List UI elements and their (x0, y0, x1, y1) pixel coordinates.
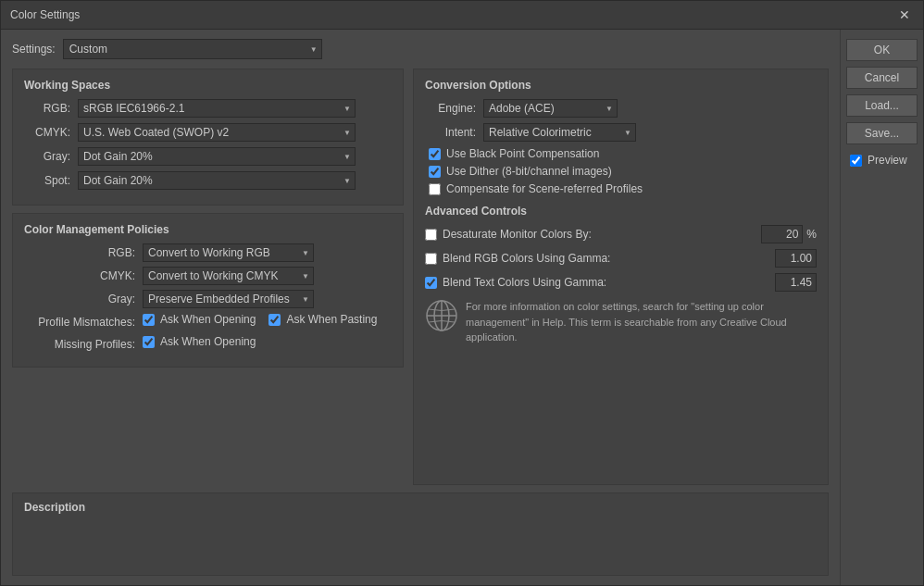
right-panel: Conversion Options Engine: Adobe (ACE) I… (413, 69, 829, 485)
profile-mismatches-label: Profile Mismatches: (24, 316, 135, 329)
engine-group: Engine: Adobe (ACE) (425, 99, 817, 118)
policy-gray-label: Gray: (24, 293, 135, 305)
black-point-checkbox[interactable] (429, 148, 441, 160)
intent-group: Intent: Relative Colorimetric (425, 123, 817, 142)
info-text: For more information on color settings, … (466, 299, 817, 345)
ask-when-opening-mismatch-label[interactable]: Ask When Opening (143, 313, 256, 326)
policy-cmyk-dropdown[interactable]: Convert to Working CMYK (143, 267, 314, 285)
dither-row: Use Dither (8-bit/channel images) (425, 165, 817, 178)
cmyk-dropdown[interactable]: U.S. Web Coated (SWOP) v2 (78, 123, 356, 142)
settings-row: Settings: Custom (12, 39, 829, 59)
save-button[interactable]: Save... (846, 122, 918, 144)
gray-dropdown[interactable]: Dot Gain 20% (78, 147, 356, 166)
desaturate-unit: % (806, 228, 817, 241)
engine-label: Engine: (425, 102, 476, 115)
spot-dropdown[interactable]: Dot Gain 20% (78, 171, 356, 190)
policy-gray-dropdown-wrapper: Preserve Embedded Profiles (143, 290, 314, 308)
preview-checkbox[interactable] (850, 155, 862, 167)
description-title: Description (24, 501, 817, 514)
blend-text-value[interactable] (775, 273, 817, 292)
desaturate-row: Desaturate Monitor Colors By: % (425, 225, 817, 243)
conversion-options-title: Conversion Options (425, 79, 817, 92)
sidebar: OK Cancel Load... Save... Preview (840, 30, 923, 585)
policy-cmyk-dropdown-wrapper: Convert to Working CMYK (143, 267, 314, 285)
main-content: Settings: Custom Working Spaces RGB: (1, 30, 840, 585)
dialog-body: Settings: Custom Working Spaces RGB: (1, 30, 923, 585)
intent-dropdown[interactable]: Relative Colorimetric (483, 123, 636, 142)
policies-title: Color Management Policies (24, 223, 392, 236)
policy-rgb-dropdown-wrapper: Convert to Working RGB (143, 243, 314, 262)
rgb-label: RGB: (24, 102, 70, 115)
preview-row: Preview (846, 154, 918, 167)
black-point-row: Use Black Point Compensation (425, 147, 817, 160)
policy-cmyk-label: CMYK: (24, 269, 135, 282)
two-columns: Working Spaces RGB: sRGB IEC61966-2.1 CM… (12, 69, 829, 485)
blend-rgb-row: Blend RGB Colors Using Gamma: (425, 249, 817, 268)
cmyk-label: CMYK: (24, 126, 70, 139)
settings-label: Settings: (12, 43, 56, 56)
ask-when-opening-mismatch-checkbox[interactable] (143, 314, 155, 326)
policies-section: Color Management Policies RGB: Convert t… (12, 213, 404, 368)
policy-rgb-label: RGB: (24, 246, 135, 259)
blend-text-row: Blend Text Colors Using Gamma: (425, 273, 817, 292)
cancel-button[interactable]: Cancel (846, 67, 918, 89)
rgb-dropdown[interactable]: sRGB IEC61966-2.1 (78, 99, 356, 118)
title-bar: Color Settings ✕ (1, 1, 923, 30)
missing-ask-opening-checkbox[interactable] (143, 336, 155, 348)
policy-gray-row: Gray: Preserve Embedded Profiles (24, 290, 392, 308)
policy-cmyk-row: CMYK: Convert to Working CMYK (24, 267, 392, 285)
desaturate-checkbox[interactable] (425, 229, 437, 241)
globe-icon (425, 299, 458, 332)
mismatches-checkboxes: Ask When Opening Ask When Pasting (143, 313, 377, 330)
spot-group: Spot: Dot Gain 20% (24, 171, 392, 190)
compensate-row: Compensate for Scene-referred Profiles (425, 182, 817, 195)
desaturate-value[interactable] (761, 225, 803, 243)
info-section: For more information on color settings, … (425, 299, 817, 345)
spot-dropdown-wrapper: Dot Gain 20% (78, 171, 356, 190)
advanced-controls-title: Advanced Controls (425, 205, 817, 218)
ask-when-pasting-checkbox[interactable] (268, 314, 281, 326)
policy-gray-dropdown[interactable]: Preserve Embedded Profiles (143, 290, 314, 308)
dialog-title: Color Settings (10, 8, 80, 21)
preview-label: Preview (868, 154, 907, 167)
cmyk-group: CMYK: U.S. Web Coated (SWOP) v2 (24, 123, 392, 142)
policy-rgb-row: RGB: Convert to Working RGB (24, 243, 392, 262)
policy-rgb-dropdown[interactable]: Convert to Working RGB (143, 243, 314, 262)
settings-dropdown[interactable]: Custom (63, 39, 322, 59)
close-button[interactable]: ✕ (895, 6, 914, 23)
description-area: Description (12, 492, 829, 576)
engine-dropdown[interactable]: Adobe (ACE) (483, 99, 618, 118)
missing-ask-opening-text: Ask When Opening (160, 335, 256, 348)
intent-label: Intent: (425, 126, 476, 139)
missing-profiles-label: Missing Profiles: (24, 338, 135, 351)
load-button[interactable]: Load... (846, 94, 918, 117)
missing-ask-opening-label[interactable]: Ask When Opening (143, 335, 256, 348)
ask-when-opening-mismatch-text: Ask When Opening (160, 313, 256, 326)
rgb-group: RGB: sRGB IEC61966-2.1 (24, 99, 392, 118)
settings-dropdown-wrapper: Custom (63, 39, 322, 59)
blend-rgb-checkbox[interactable] (425, 253, 437, 265)
dither-label: Use Dither (8-bit/channel images) (446, 165, 612, 178)
ask-when-pasting-text: Ask When Pasting (286, 313, 377, 326)
gray-label: Gray: (24, 150, 70, 163)
compensate-checkbox[interactable] (429, 183, 441, 195)
gray-group: Gray: Dot Gain 20% (24, 147, 392, 166)
gray-dropdown-wrapper: Dot Gain 20% (78, 147, 356, 166)
missing-profiles-row: Missing Profiles: Ask When Opening (24, 335, 392, 353)
blend-text-checkbox[interactable] (425, 277, 437, 289)
profile-mismatches-row: Profile Mismatches: Ask When Opening Ask… (24, 313, 392, 330)
spot-label: Spot: (24, 174, 70, 187)
engine-dropdown-wrapper: Adobe (ACE) (483, 99, 618, 118)
compensate-label: Compensate for Scene-referred Profiles (446, 182, 643, 195)
blend-rgb-value[interactable] (775, 249, 817, 268)
rgb-dropdown-wrapper: sRGB IEC61966-2.1 (78, 99, 356, 118)
black-point-label: Use Black Point Compensation (446, 147, 599, 160)
ask-when-pasting-label[interactable]: Ask When Pasting (268, 313, 377, 326)
working-spaces-section: Working Spaces RGB: sRGB IEC61966-2.1 CM… (12, 69, 404, 206)
blend-rgb-label: Blend RGB Colors Using Gamma: (443, 252, 775, 265)
cmyk-dropdown-wrapper: U.S. Web Coated (SWOP) v2 (78, 123, 356, 142)
dither-checkbox[interactable] (429, 166, 441, 178)
intent-dropdown-wrapper: Relative Colorimetric (483, 123, 636, 142)
ok-button[interactable]: OK (846, 39, 918, 61)
working-spaces-title: Working Spaces (24, 79, 392, 92)
